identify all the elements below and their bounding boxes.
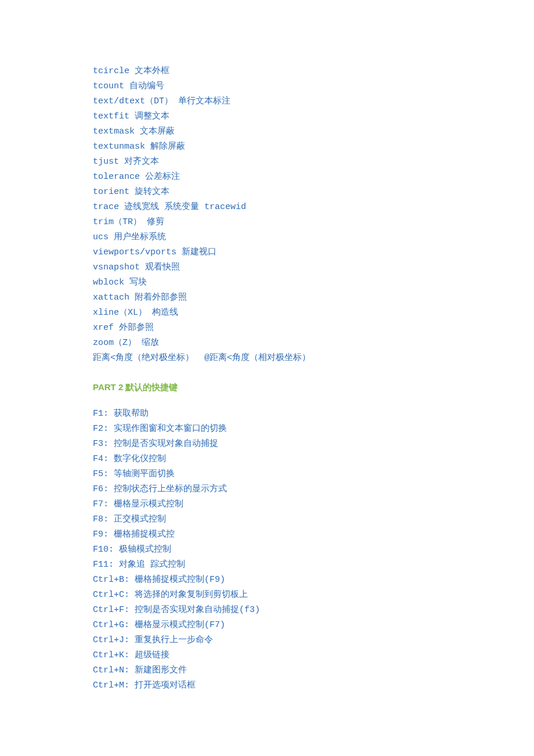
shortcut-line: Ctrl+F: 控制是否实现对象自动捕捉(f3): [93, 603, 441, 618]
shortcut-line: F1: 获取帮助: [93, 406, 441, 422]
command-line: textfit 调整文本: [93, 109, 441, 124]
command-line: torient 旋转文本: [93, 185, 441, 200]
command-line: tolerance 公差标注: [93, 170, 441, 185]
shortcut-line: Ctrl+M: 打开选项对话框: [93, 678, 441, 693]
command-line: xref 外部参照: [93, 321, 441, 336]
shortcut-line: F2: 实现作图窗和文本窗口的切换: [93, 422, 441, 437]
command-line: zoom（Z） 缩放: [93, 336, 441, 351]
command-line: trim（TR） 修剪: [93, 215, 441, 230]
command-line: wblock 写块: [93, 275, 441, 290]
shortcut-line: F7: 栅格显示模式控制: [93, 497, 441, 512]
shortcut-line: Ctrl+G: 栅格显示模式控制(F7): [93, 618, 441, 633]
shortcut-line: F8: 正交模式控制: [93, 512, 441, 527]
shortcut-line: Ctrl+C: 将选择的对象复制到剪切板上: [93, 588, 441, 603]
shortcut-line: Ctrl+K: 超级链接: [93, 648, 441, 663]
command-line: textmask 文本屏蔽: [93, 124, 441, 139]
command-line: tcount 自动编号: [93, 79, 441, 94]
command-line: viewports/vports 新建视口: [93, 245, 441, 260]
shortcut-line: Ctrl+B: 栅格捕捉模式控制(F9): [93, 573, 441, 588]
command-line: tjust 对齐文本: [93, 154, 441, 170]
shortcuts-list: F1: 获取帮助F2: 实现作图窗和文本窗口的切换F3: 控制是否实现对象自动捕…: [93, 406, 441, 693]
command-line: xattach 附着外部参照: [93, 290, 441, 305]
shortcut-line: F5: 等轴测平面切换: [93, 467, 441, 482]
command-line: 距离<角度（绝对极坐标） @距离<角度（相对极坐标）: [93, 351, 441, 366]
commands-list: tcircle 文本外框tcount 自动编号text/dtext（DT） 单行…: [93, 64, 441, 366]
command-line: ucs 用户坐标系统: [93, 230, 441, 245]
shortcut-line: Ctrl+N: 新建图形文件: [93, 663, 441, 678]
command-line: textunmask 解除屏蔽: [93, 139, 441, 154]
command-line: xline（XL） 构造线: [93, 305, 441, 321]
shortcut-line: F9: 栅格捕捉模式控: [93, 527, 441, 542]
shortcut-line: Ctrl+J: 重复执行上一步命令: [93, 633, 441, 648]
shortcut-line: F3: 控制是否实现对象自动捕捉: [93, 437, 441, 452]
shortcut-line: F10: 极轴模式控制: [93, 542, 441, 557]
command-line: trace 迹线宽线 系统变量 tracewid: [93, 200, 441, 215]
shortcut-line: F4: 数字化仪控制: [93, 452, 441, 467]
shortcut-line: F11: 对象追 踪式控制: [93, 557, 441, 573]
command-line: tcircle 文本外框: [93, 64, 441, 79]
shortcut-line: F6: 控制状态行上坐标的显示方式: [93, 482, 441, 497]
section-2-title: PART 2 默认的快捷键: [93, 380, 441, 395]
command-line: text/dtext（DT） 单行文本标注: [93, 94, 441, 109]
command-line: vsnapshot 观看快照: [93, 260, 441, 275]
